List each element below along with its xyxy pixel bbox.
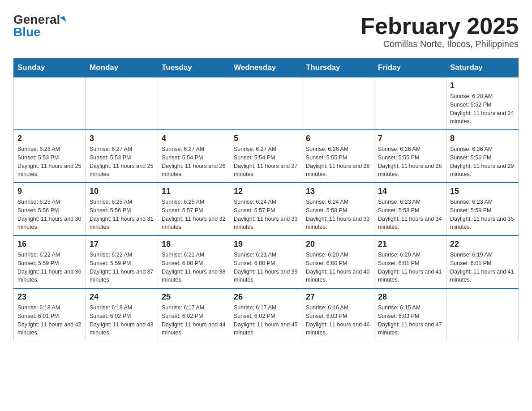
calendar-cell: 8Sunrise: 6:26 AM Sunset: 5:56 PM Daylig… — [446, 130, 519, 183]
calendar-cell — [14, 77, 86, 130]
calendar-cell: 7Sunrise: 6:26 AM Sunset: 5:55 PM Daylig… — [374, 130, 446, 183]
calendar-cell — [158, 77, 230, 130]
day-info: Sunrise: 6:27 AM Sunset: 5:54 PM Dayligh… — [162, 145, 226, 179]
day-number: 26 — [234, 292, 298, 302]
calendar-cell: 9Sunrise: 6:25 AM Sunset: 5:56 PM Daylig… — [14, 183, 86, 235]
calendar-subtitle: Comillas Norte, Ilocos, Philippines — [360, 39, 519, 49]
day-number: 4 — [162, 134, 226, 143]
logo: General Blue — [13, 13, 65, 39]
day-number: 18 — [162, 240, 226, 249]
calendar-title: February 2025 — [360, 13, 519, 39]
day-number: 16 — [17, 240, 82, 249]
day-info: Sunrise: 6:23 AM Sunset: 5:58 PM Dayligh… — [378, 198, 442, 231]
day-number: 11 — [162, 187, 226, 196]
calendar-week-4: 16Sunrise: 6:22 AM Sunset: 5:59 PM Dayli… — [14, 235, 519, 288]
day-info: Sunrise: 6:25 AM Sunset: 5:57 PM Dayligh… — [162, 198, 226, 231]
day-number: 19 — [234, 240, 298, 249]
calendar-cell: 20Sunrise: 6:20 AM Sunset: 6:00 PM Dayli… — [302, 235, 374, 288]
calendar-cell: 13Sunrise: 6:24 AM Sunset: 5:58 PM Dayli… — [302, 183, 374, 235]
logo-general: General — [13, 13, 60, 26]
day-info: Sunrise: 6:27 AM Sunset: 5:54 PM Dayligh… — [234, 145, 298, 179]
day-info: Sunrise: 6:28 AM Sunset: 5:52 PM Dayligh… — [450, 92, 515, 126]
day-info: Sunrise: 6:16 AM Sunset: 6:03 PM Dayligh… — [306, 304, 370, 337]
calendar-cell: 5Sunrise: 6:27 AM Sunset: 5:54 PM Daylig… — [230, 130, 302, 183]
day-number: 23 — [17, 292, 82, 302]
day-info: Sunrise: 6:18 AM Sunset: 6:02 PM Dayligh… — [90, 304, 154, 337]
calendar-cell: 24Sunrise: 6:18 AM Sunset: 6:02 PM Dayli… — [86, 288, 158, 341]
day-info: Sunrise: 6:24 AM Sunset: 5:57 PM Dayligh… — [234, 198, 298, 231]
day-number: 14 — [378, 187, 442, 196]
day-number: 6 — [306, 134, 370, 143]
calendar-cell: 4Sunrise: 6:27 AM Sunset: 5:54 PM Daylig… — [158, 130, 230, 183]
logo-triangle-icon — [60, 16, 66, 24]
calendar-cell: 27Sunrise: 6:16 AM Sunset: 6:03 PM Dayli… — [302, 288, 374, 341]
day-info: Sunrise: 6:26 AM Sunset: 5:55 PM Dayligh… — [378, 145, 442, 179]
calendar-cell: 19Sunrise: 6:21 AM Sunset: 6:00 PM Dayli… — [230, 235, 302, 288]
day-info: Sunrise: 6:22 AM Sunset: 5:59 PM Dayligh… — [90, 251, 154, 284]
day-info: Sunrise: 6:15 AM Sunset: 6:03 PM Dayligh… — [378, 304, 442, 337]
day-info: Sunrise: 6:21 AM Sunset: 6:00 PM Dayligh… — [162, 251, 226, 284]
calendar-cell: 16Sunrise: 6:22 AM Sunset: 5:59 PM Dayli… — [14, 235, 86, 288]
calendar-week-3: 9Sunrise: 6:25 AM Sunset: 5:56 PM Daylig… — [14, 183, 519, 235]
calendar-cell: 28Sunrise: 6:15 AM Sunset: 6:03 PM Dayli… — [374, 288, 446, 341]
day-info: Sunrise: 6:25 AM Sunset: 5:56 PM Dayligh… — [17, 198, 82, 231]
calendar-table: SundayMondayTuesdayWednesdayThursdayFrid… — [13, 58, 519, 341]
day-info: Sunrise: 6:28 AM Sunset: 5:53 PM Dayligh… — [17, 145, 82, 179]
day-info: Sunrise: 6:19 AM Sunset: 6:01 PM Dayligh… — [450, 251, 515, 284]
day-info: Sunrise: 6:17 AM Sunset: 6:02 PM Dayligh… — [162, 304, 226, 337]
day-number: 10 — [90, 187, 154, 196]
page-header: General Blue February 2025 Comillas Nort… — [13, 13, 519, 49]
day-info: Sunrise: 6:26 AM Sunset: 5:55 PM Dayligh… — [306, 145, 370, 179]
day-number: 22 — [450, 240, 515, 249]
header-row: SundayMondayTuesdayWednesdayThursdayFrid… — [14, 59, 519, 77]
calendar-cell: 22Sunrise: 6:19 AM Sunset: 6:01 PM Dayli… — [446, 235, 519, 288]
calendar-week-1: 1Sunrise: 6:28 AM Sunset: 5:52 PM Daylig… — [14, 77, 519, 130]
day-number: 24 — [90, 292, 154, 302]
day-info: Sunrise: 6:18 AM Sunset: 6:01 PM Dayligh… — [17, 304, 82, 337]
day-number: 28 — [378, 292, 442, 302]
day-info: Sunrise: 6:17 AM Sunset: 6:02 PM Dayligh… — [234, 304, 298, 337]
column-header-monday: Monday — [86, 59, 158, 77]
day-number: 27 — [306, 292, 370, 302]
calendar-cell: 6Sunrise: 6:26 AM Sunset: 5:55 PM Daylig… — [302, 130, 374, 183]
column-header-friday: Friday — [374, 59, 446, 77]
column-header-saturday: Saturday — [446, 59, 519, 77]
day-info: Sunrise: 6:20 AM Sunset: 6:00 PM Dayligh… — [306, 251, 370, 284]
day-number: 25 — [162, 292, 226, 302]
calendar-cell: 15Sunrise: 6:23 AM Sunset: 5:59 PM Dayli… — [446, 183, 519, 235]
calendar-cell: 23Sunrise: 6:18 AM Sunset: 6:01 PM Dayli… — [14, 288, 86, 341]
day-info: Sunrise: 6:24 AM Sunset: 5:58 PM Dayligh… — [306, 198, 370, 231]
day-info: Sunrise: 6:22 AM Sunset: 5:59 PM Dayligh… — [17, 251, 82, 284]
calendar-cell: 26Sunrise: 6:17 AM Sunset: 6:02 PM Dayli… — [230, 288, 302, 341]
calendar-cell — [230, 77, 302, 130]
calendar-body: 1Sunrise: 6:28 AM Sunset: 5:52 PM Daylig… — [14, 77, 519, 341]
calendar-cell: 25Sunrise: 6:17 AM Sunset: 6:02 PM Dayli… — [158, 288, 230, 341]
column-header-tuesday: Tuesday — [158, 59, 230, 77]
calendar-cell: 1Sunrise: 6:28 AM Sunset: 5:52 PM Daylig… — [446, 77, 519, 130]
calendar-cell — [302, 77, 374, 130]
day-number: 2 — [17, 134, 82, 143]
day-number: 15 — [450, 187, 515, 196]
calendar-cell: 12Sunrise: 6:24 AM Sunset: 5:57 PM Dayli… — [230, 183, 302, 235]
calendar-cell: 21Sunrise: 6:20 AM Sunset: 6:01 PM Dayli… — [374, 235, 446, 288]
calendar-cell: 2Sunrise: 6:28 AM Sunset: 5:53 PM Daylig… — [14, 130, 86, 183]
calendar-cell: 10Sunrise: 6:25 AM Sunset: 5:56 PM Dayli… — [86, 183, 158, 235]
calendar-cell: 11Sunrise: 6:25 AM Sunset: 5:57 PM Dayli… — [158, 183, 230, 235]
column-header-wednesday: Wednesday — [230, 59, 302, 77]
day-number: 8 — [450, 134, 515, 143]
day-number: 21 — [378, 240, 442, 249]
column-header-thursday: Thursday — [302, 59, 374, 77]
day-info: Sunrise: 6:25 AM Sunset: 5:56 PM Dayligh… — [90, 198, 154, 231]
calendar-cell — [374, 77, 446, 130]
day-number: 17 — [90, 240, 154, 249]
day-number: 13 — [306, 187, 370, 196]
day-number: 3 — [90, 134, 154, 143]
calendar-cell: 3Sunrise: 6:27 AM Sunset: 5:53 PM Daylig… — [86, 130, 158, 183]
calendar-cell — [86, 77, 158, 130]
day-info: Sunrise: 6:20 AM Sunset: 6:01 PM Dayligh… — [378, 251, 442, 284]
day-number: 1 — [450, 81, 515, 90]
day-info: Sunrise: 6:27 AM Sunset: 5:53 PM Dayligh… — [90, 145, 154, 179]
title-block: February 2025 Comillas Norte, Ilocos, Ph… — [360, 13, 519, 49]
day-number: 9 — [17, 187, 82, 196]
day-number: 7 — [378, 134, 442, 143]
